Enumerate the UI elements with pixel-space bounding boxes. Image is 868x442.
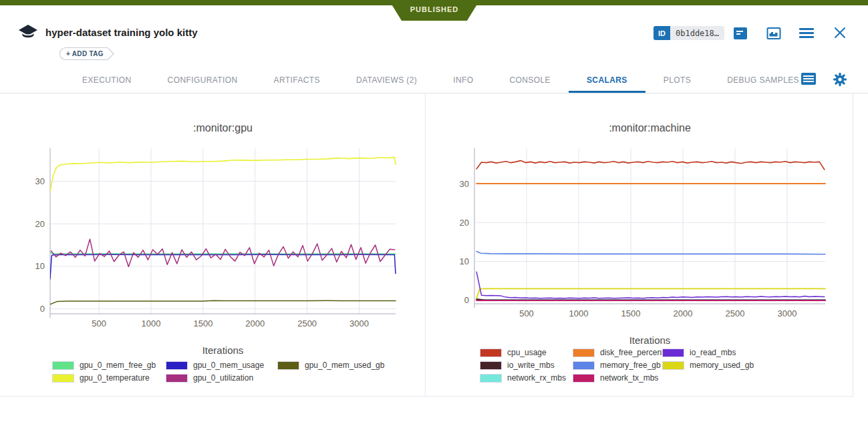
svg-text:20: 20: [35, 219, 45, 229]
legend-item[interactable]: network_tx_mbs: [573, 373, 662, 383]
legend-item[interactable]: gpu_0_mem_free_gb: [52, 361, 166, 370]
settings-gear-icon[interactable]: [833, 72, 847, 89]
legend-swatch: [277, 361, 299, 370]
legend-label: memory_free_gb: [600, 361, 661, 370]
legend-swatch: [662, 349, 684, 357]
legend-item[interactable]: gpu_0_utilization: [166, 373, 277, 383]
gpu-chart-title: :monitor:gpu: [50, 122, 396, 134]
legend-label: memory_used_gb: [690, 361, 754, 370]
add-tag-button[interactable]: + ADD TAG: [59, 47, 108, 60]
legend-swatch: [52, 374, 74, 383]
id-badge-value: 0b1dde18…: [670, 26, 724, 40]
published-ribbon: PUBLISHED: [389, 0, 480, 21]
svg-text:0: 0: [464, 295, 469, 305]
svg-text:10: 10: [35, 261, 45, 271]
published-label: PUBLISHED: [410, 5, 459, 13]
legend-item[interactable]: io_read_mbs: [662, 348, 796, 357]
tab-artifacts[interactable]: ARTIFACTS: [256, 69, 338, 93]
legend-swatch: [166, 361, 188, 370]
legend-label: network_tx_mbs: [600, 373, 658, 383]
legend-label: gpu_0_utilization: [193, 373, 253, 383]
legend-swatch: [480, 349, 502, 357]
machine-chart-title: :monitor:machine: [474, 122, 825, 134]
svg-text:1000: 1000: [142, 318, 161, 328]
legend-label: cpu_usage: [507, 348, 547, 357]
legend-label: network_rx_mbs: [507, 373, 566, 383]
info-panel-icon[interactable]: [733, 27, 748, 43]
legend-label: gpu_0_mem_used_gb: [305, 361, 384, 370]
legend-label: gpu_0_mem_usage: [193, 361, 264, 370]
svg-text:2000: 2000: [245, 318, 265, 328]
tab-scalars[interactable]: SCALARS: [569, 69, 645, 93]
svg-text:10: 10: [460, 256, 469, 266]
gpu-chart-legend: gpu_0_mem_free_gbgpu_0_mem_usagegpu_0_me…: [52, 361, 418, 383]
machine-chart-card: 010203050010001500200025003000 :monitor:…: [426, 94, 853, 397]
legend-item[interactable]: gpu_0_temperature: [52, 373, 166, 383]
svg-text:500: 500: [92, 318, 106, 328]
svg-text:20: 20: [460, 218, 469, 228]
svg-text:30: 30: [460, 179, 469, 189]
machine-chart-legend: cpu_usagedisk_free_percentio_read_mbsio_…: [480, 348, 796, 383]
legend-label: io_read_mbs: [690, 348, 736, 357]
svg-text:30: 30: [35, 176, 45, 186]
tab-execution[interactable]: EXECUTION: [64, 69, 150, 93]
experiment-id-badge[interactable]: ID 0b1dde18…: [654, 26, 724, 40]
legend-item[interactable]: memory_free_gb: [573, 361, 662, 370]
legend-swatch: [573, 374, 595, 383]
legend-item[interactable]: io_write_mbs: [480, 361, 573, 370]
tab-dataviews[interactable]: DATAVIEWS (2): [338, 69, 435, 93]
svg-text:3000: 3000: [778, 308, 797, 318]
svg-text:0: 0: [40, 304, 45, 314]
id-badge-label: ID: [654, 26, 670, 40]
legend-item[interactable]: disk_free_percent: [573, 348, 662, 357]
tab-info[interactable]: INFO: [435, 69, 491, 93]
machine-chart-xlabel: Iterations: [474, 335, 825, 346]
legend-swatch: [480, 361, 502, 370]
legend-swatch: [662, 361, 684, 370]
tab-console[interactable]: CONSOLE: [491, 69, 568, 93]
image-preview-icon[interactable]: [766, 27, 781, 43]
legend-item[interactable]: network_rx_mbs: [480, 373, 573, 383]
svg-text:1000: 1000: [569, 308, 589, 318]
svg-text:500: 500: [519, 308, 534, 318]
legend-swatch: [52, 361, 74, 370]
svg-text:2500: 2500: [726, 308, 745, 318]
experiment-title: hyper-dataset training yolo kitty: [45, 27, 198, 38]
add-tag-label: + ADD TAG: [66, 50, 106, 57]
legend-item[interactable]: memory_used_gb: [662, 361, 796, 370]
legend-swatch: [480, 374, 502, 383]
gpu-chart-xlabel: Iterations: [50, 345, 396, 356]
gpu-chart-card: 010203050010001500200025003000 :monitor:…: [0, 94, 426, 397]
svg-text:1500: 1500: [621, 308, 641, 318]
legend-swatch: [573, 349, 595, 357]
legend-label: gpu_0_mem_free_gb: [80, 361, 156, 370]
legend-label: disk_free_percent: [600, 348, 664, 357]
tab-plots[interactable]: PLOTS: [645, 69, 709, 93]
svg-text:3000: 3000: [349, 318, 369, 328]
svg-text:1500: 1500: [193, 318, 212, 328]
menu-icon[interactable]: [799, 28, 814, 41]
svg-text:2000: 2000: [674, 308, 693, 318]
legend-swatch: [573, 361, 595, 370]
app-logo-icon: [18, 24, 38, 45]
legend-label: gpu_0_temperature: [80, 373, 150, 383]
legend-item[interactable]: cpu_usage: [480, 348, 573, 357]
tab-bar: EXECUTION CONFIGURATION ARTIFACTS DATAVI…: [0, 69, 868, 93]
legend-label: io_write_mbs: [507, 361, 555, 370]
legend-swatch: [166, 374, 188, 383]
legend-item[interactable]: gpu_0_mem_used_gb: [277, 361, 418, 370]
tab-configuration[interactable]: CONFIGURATION: [150, 69, 256, 93]
legend-item[interactable]: gpu_0_mem_usage: [166, 361, 277, 370]
close-icon[interactable]: [834, 27, 846, 41]
svg-text:2500: 2500: [297, 318, 317, 328]
table-view-icon[interactable]: [801, 72, 817, 88]
